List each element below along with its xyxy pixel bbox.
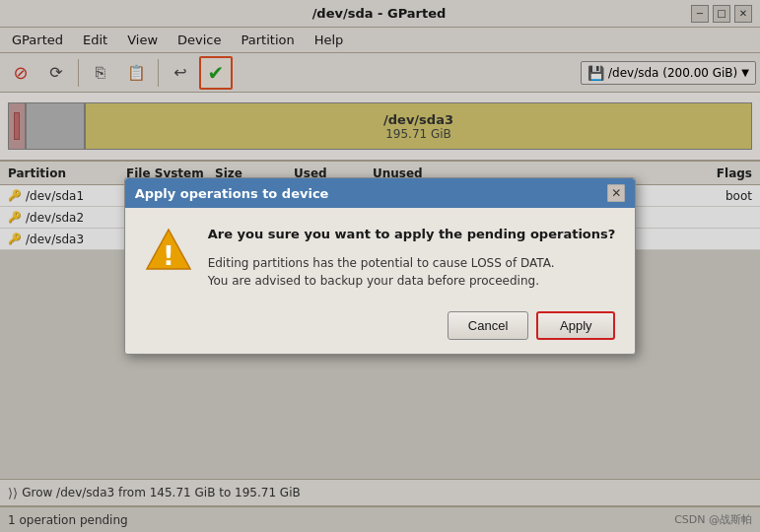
modal-question: Are you sure you want to apply the pendi… — [208, 226, 616, 243]
warning-triangle-icon: ! — [145, 226, 192, 273]
apply-operations-dialog: Apply operations to device ✕ ! Are you s… — [124, 177, 637, 354]
modal-close-button[interactable]: ✕ — [607, 184, 625, 202]
modal-body: ! Are you sure you want to apply the pen… — [125, 208, 636, 302]
cancel-button[interactable]: Cancel — [448, 311, 528, 340]
modal-footer: Cancel Apply — [125, 303, 636, 354]
modal-backdrop: Apply operations to device ✕ ! Are you s… — [0, 0, 760, 532]
warning-icon-wrap: ! — [145, 226, 192, 273]
modal-detail-line2: You are advised to backup your data befo… — [208, 272, 616, 290]
apply-button[interactable]: Apply — [536, 311, 615, 340]
modal-title: Apply operations to device — [135, 186, 329, 201]
modal-text-block: Are you sure you want to apply the pendi… — [208, 226, 616, 289]
modal-titlebar: Apply operations to device ✕ — [125, 178, 636, 208]
svg-text:!: ! — [163, 241, 174, 271]
modal-detail-line1: Editing partitions has the potential to … — [208, 254, 616, 272]
